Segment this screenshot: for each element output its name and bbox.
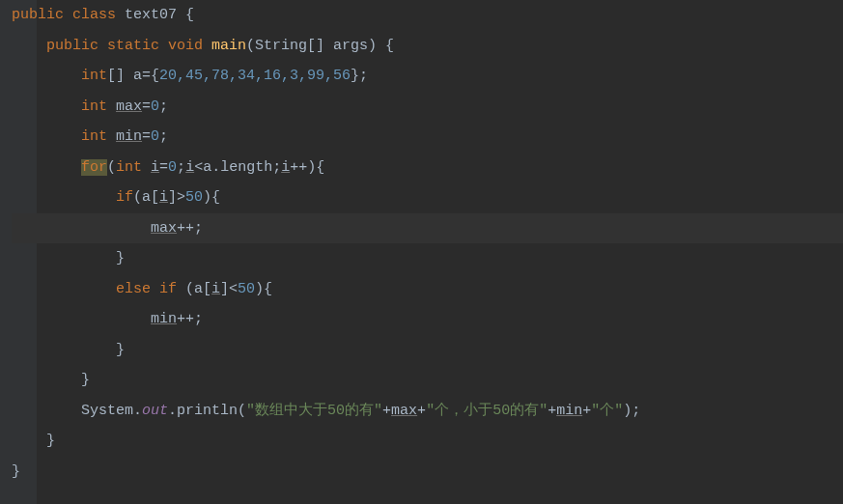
variable: min (151, 311, 177, 327)
brace: } (81, 372, 90, 388)
op: + (417, 403, 426, 419)
brace: ){ (255, 281, 272, 297)
code-line[interactable]: } (12, 335, 843, 366)
brace: } (116, 250, 125, 266)
brace: { (177, 7, 194, 23)
text: ++){ (290, 159, 324, 176)
code-editor[interactable]: public class text07 { public static void… (0, 0, 843, 487)
text: ]< (220, 281, 238, 297)
code-line[interactable]: min++; (12, 304, 843, 335)
code-line[interactable]: } (12, 426, 843, 457)
string: "数组中大于50的有" (246, 403, 382, 419)
close: }; (351, 68, 368, 84)
code-line[interactable]: int[] a={20,45,78,34,16,3,99,56}; (12, 61, 843, 92)
variable: i (151, 159, 159, 176)
brace: } (46, 433, 55, 449)
paren: ( (107, 159, 116, 176)
code-line[interactable]: public class text07 { (12, 0, 843, 31)
variable: max (116, 98, 142, 115)
code-line[interactable]: if(a[i]>50){ (12, 182, 843, 213)
variable: i (185, 159, 194, 176)
keyword: public static void (46, 38, 203, 54)
number: 50 (185, 189, 203, 206)
string: "个，小于50的有" (426, 403, 548, 419)
variable: min (556, 403, 582, 419)
op: + (382, 403, 391, 419)
text (203, 38, 211, 54)
variable: min (116, 128, 142, 145)
params: (String[] args) { (246, 38, 394, 54)
number: 0 (151, 98, 159, 115)
code-line[interactable]: for(int i=0;i<a.length;i++){ (12, 153, 843, 183)
brackets: [] a={ (107, 68, 159, 84)
field: out (142, 403, 168, 419)
code-line[interactable]: int max=0; (12, 92, 843, 123)
op: + (548, 403, 556, 419)
semi: ; (159, 128, 168, 145)
brace: } (116, 342, 125, 358)
semi: ; (159, 98, 168, 115)
code-line[interactable]: } (12, 457, 843, 488)
keyword: int (81, 128, 116, 145)
code-line[interactable]: } (12, 365, 843, 396)
close: ); (623, 403, 640, 419)
code-line[interactable]: System.out.println("数组中大于50的有"+max+"个，小于… (12, 396, 843, 427)
keyword: public class (12, 7, 116, 23)
string: "个" (591, 403, 623, 419)
text (116, 7, 125, 23)
class-ref: System. (81, 403, 142, 419)
variable: i (281, 159, 290, 176)
inc: ++; (177, 220, 203, 237)
keyword: if (116, 189, 133, 206)
variable: i (211, 281, 220, 297)
number: 0 (168, 159, 177, 176)
code-line[interactable]: else if (a[i]<50){ (12, 274, 843, 305)
variable: max (151, 220, 177, 237)
number: 50 (238, 281, 255, 297)
brace: } (12, 463, 20, 480)
code-line[interactable]: int min=0; (12, 122, 843, 153)
code-line-current[interactable]: max++; (12, 213, 843, 244)
keyword: int (116, 159, 151, 176)
keyword: int (81, 98, 116, 115)
variable: i (159, 189, 168, 206)
variable: max (391, 403, 417, 419)
eq: = (142, 98, 151, 115)
eq: = (159, 159, 168, 176)
op: + (582, 403, 591, 419)
keyword: else if (116, 281, 177, 297)
text: ]> (168, 189, 185, 206)
eq: = (142, 128, 151, 145)
text: (a[ (177, 281, 211, 297)
text: (a[ (133, 189, 159, 206)
brace: ){ (203, 189, 220, 206)
method-call: .println( (168, 403, 246, 419)
code-line[interactable]: } (12, 243, 843, 274)
keyword: int (81, 68, 107, 84)
code-line[interactable]: public static void main(String[] args) { (12, 31, 843, 62)
numbers: 20,45,78,34,16,3,99,56 (159, 68, 351, 84)
method-name: main (211, 38, 246, 54)
number: 0 (151, 128, 159, 145)
semi: ; (177, 159, 185, 176)
keyword-for: for (81, 159, 107, 176)
inc: ++; (177, 311, 203, 327)
text: <a.length; (194, 159, 281, 176)
class-name: text07 (125, 7, 177, 23)
